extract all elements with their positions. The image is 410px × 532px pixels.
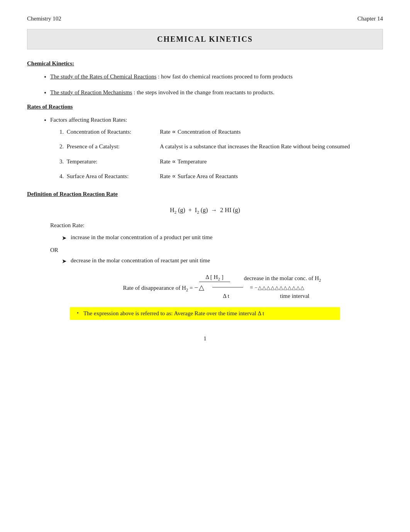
factors-heading: Factors affecting Reaction Rates: — [50, 117, 127, 123]
section3-heading: Definition of Reaction Reaction Rate — [27, 191, 383, 197]
reaction-rate-section2: ➤ decrease in the molar concentration of… — [50, 257, 383, 265]
arrow-icon-1: ➤ — [62, 235, 67, 241]
rates-rest: : how fast do chemical reactions proceed… — [156, 73, 292, 80]
factor-label: 4. Surface Area of Reactants: — [59, 169, 160, 184]
rate-formula-middle: Rate of disappearance of H2 = −△ = −△△△△… — [27, 283, 383, 292]
highlight-text: The expression above is referred to as: … — [83, 310, 264, 317]
fraction-middle — [210, 287, 245, 288]
reaction-rate-label: Reaction Rate: ➤ increase in the molar c… — [50, 222, 383, 241]
right-desc-bottom: time interval — [280, 293, 309, 299]
or-label: OR — [50, 247, 383, 253]
section1-bullets: The study of the Rates of Chemical React… — [50, 72, 383, 97]
factor-label: 3. Temperature: — [59, 154, 160, 169]
list-item: The study of the Rates of Chemical React… — [50, 72, 383, 81]
mechanisms-underline: The study of Reaction Mechanisms — [50, 89, 132, 95]
right-desc-top: decrease in the molar conc. of H2 — [244, 275, 321, 282]
table-row: 2. Presence of a Catalyst: A catalyst is… — [59, 139, 350, 154]
formula-spacer — [89, 276, 197, 282]
table-row: 4. Surface Area of Reactants: Rate ∝ Sur… — [59, 169, 350, 184]
arrow-bullet-2: ➤ decrease in the molar concentration of… — [62, 257, 383, 265]
section2-heading: Rates of Reactions — [27, 104, 383, 110]
section1-heading: Chemical Kinetics: — [27, 60, 383, 67]
equals-sign: = −△△△△△△△△△△△ — [245, 284, 307, 291]
page-title: CHEMICAL KINETICS — [27, 29, 383, 49]
list-item: Factors affecting Reaction Rates: 1. Con… — [50, 116, 383, 184]
bullet1-text: increase in the molar concentration of a… — [71, 234, 212, 241]
highlight-box: • The expression above is referred to as… — [70, 307, 340, 320]
section-definition: Definition of Reaction Reaction Rate H2 … — [27, 191, 383, 320]
gap2 — [244, 293, 280, 299]
chemical-equation: H2 (g) + I2 (g) → 2 HI (g) — [27, 207, 383, 214]
factors-table: 1. Concentration of Reactants: Rate ∝ Co… — [59, 124, 350, 184]
fraction-denominator: Δ t — [223, 293, 229, 299]
bullet-icon: • — [77, 310, 79, 316]
rate-formula-bottom: Δ t time interval — [27, 293, 383, 299]
header-right: Chapter 14 — [357, 15, 383, 22]
factor-label: 1. Concentration of Reactants: — [59, 124, 160, 139]
factor-desc: Rate ∝ Surface Area of Reactants — [160, 169, 350, 184]
rates-underline: The study of the Rates of Chemical React… — [50, 73, 156, 80]
bullet2-text: decrease in the molar concentration of r… — [71, 257, 210, 264]
factor-desc: Rate ∝ Temperature — [160, 154, 350, 169]
gap — [232, 276, 244, 282]
table-row: 3. Temperature: Rate ∝ Temperature — [59, 154, 350, 169]
factor-desc: A catalyst is a substance that increases… — [160, 139, 350, 154]
factor-num: 4. Surface Area of Reactants: — [59, 173, 129, 179]
formula-spacer2 — [101, 293, 209, 299]
header-left: Chemistry 102 — [27, 15, 61, 22]
fraction-display: Δ [ H2 ] — [197, 274, 232, 282]
arrow-bullet-1: ➤ increase in the molar concentration of… — [62, 234, 383, 241]
arrow-icon-2: ➤ — [62, 258, 67, 265]
factors-list: Factors affecting Reaction Rates: 1. Con… — [50, 116, 383, 184]
list-item: The study of Reaction Mechanisms : the s… — [50, 88, 383, 97]
factor-num: 1. Concentration of Reactants: — [59, 129, 131, 135]
fraction-numerator: Δ [ H2 ] — [205, 274, 223, 281]
fraction-denom: Δ t — [209, 293, 244, 299]
highlight-container: • The expression above is referred to as… — [54, 307, 356, 320]
table-row: 1. Concentration of Reactants: Rate ∝ Co… — [59, 124, 350, 139]
factors-section: Factors affecting Reaction Rates: 1. Con… — [50, 116, 383, 184]
factor-label: 2. Presence of a Catalyst: — [59, 139, 160, 154]
page-number: 1 — [27, 335, 383, 342]
factor-num: 3. Temperature: — [59, 158, 97, 165]
rate-formula-top: Δ [ H2 ] decrease in the molar conc. of … — [27, 274, 383, 282]
factor-num: 2. Presence of a Catalyst: — [59, 143, 120, 150]
mechanisms-rest: : the steps involved in the change from … — [132, 89, 274, 95]
header: Chemistry 102 Chapter 14 — [27, 15, 383, 22]
reaction-rate-text: Reaction Rate: — [50, 222, 383, 229]
section-chemical-kinetics: Chemical Kinetics: The study of the Rate… — [27, 60, 383, 97]
factor-desc: Rate ∝ Concentration of Reactants — [160, 124, 350, 139]
section-rates: Rates of Reactions Factors affecting Rea… — [27, 104, 383, 184]
rate-disappearance-label: Rate of disappearance of H2 = −△ — [102, 283, 210, 292]
rate-formula-block: Δ [ H2 ] decrease in the molar conc. of … — [27, 274, 383, 299]
